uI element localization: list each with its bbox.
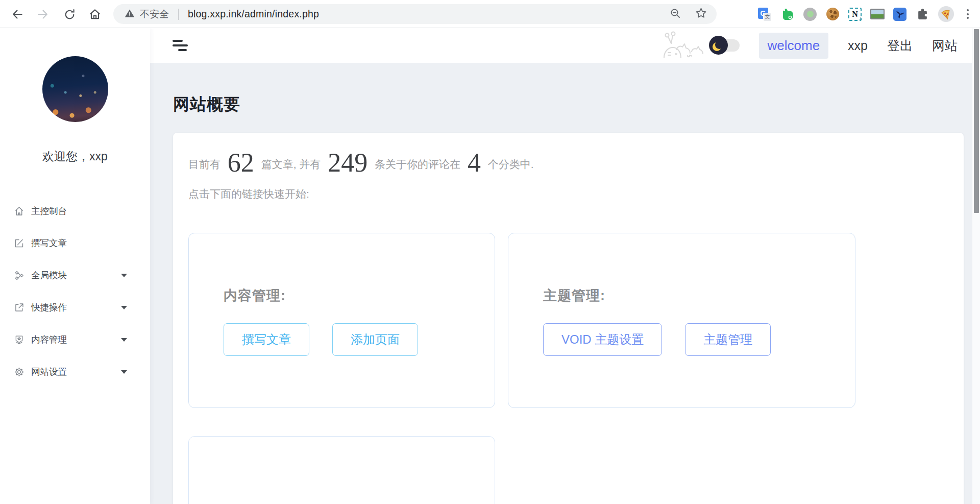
profile-avatar[interactable] [938, 6, 954, 22]
moon-toggle-icon[interactable] [714, 39, 740, 52]
sidebar-item-label: 快捷操作 [31, 301, 67, 314]
partial-card [188, 436, 495, 504]
card-title: 内容管理: [224, 286, 495, 305]
bookmark-star-icon[interactable] [695, 7, 707, 21]
add-page-button[interactable]: 添加页面 [332, 323, 418, 356]
external-link-icon [14, 302, 24, 313]
address-bar[interactable]: 不安全 blog.xxp.ink/admin/index.php [113, 4, 717, 24]
sidebar-item-label: 撰写文章 [31, 237, 67, 249]
sidebar-item-content-management[interactable]: 内容管理 [14, 333, 136, 346]
sidebar-item-global-modules[interactable]: 全局模块 [14, 269, 136, 282]
categories-count: 4 [468, 148, 481, 177]
admin-topbar: welcome xxp 登出 网站 [150, 28, 980, 63]
modules-icon [14, 270, 24, 281]
back-icon[interactable] [10, 7, 25, 22]
sidebar-item-dashboard[interactable]: 主控制台 [14, 204, 136, 218]
omnibox-divider [178, 9, 179, 20]
summary-mid1: 篇文章, 并有 [261, 158, 321, 170]
cookie-icon[interactable] [825, 7, 840, 21]
badge-star-icon [14, 334, 24, 345]
card-title: 主题管理: [543, 286, 855, 305]
theme-management-button[interactable]: 主题管理 [685, 323, 771, 356]
topbar-username[interactable]: xxp [848, 38, 868, 53]
evernote-icon[interactable] [780, 7, 795, 21]
sidebar-item-label: 主控制台 [31, 205, 67, 217]
summary-suffix: 个分类中. [488, 158, 534, 170]
posts-count: 62 [228, 148, 254, 177]
sidebar-item-write-post[interactable]: 撰写文章 [14, 236, 136, 250]
chevron-down-icon [121, 306, 127, 309]
void-theme-settings-button[interactable]: VOID 主题设置 [543, 323, 662, 356]
welcome-button[interactable]: welcome [759, 33, 829, 59]
user-avatar[interactable] [42, 56, 108, 122]
screenshot-icon[interactable] [870, 7, 885, 21]
site-link[interactable]: 网站 [932, 37, 958, 54]
gear-icon [14, 367, 24, 377]
sidebar: 欢迎您，xxp 主控制台 撰写文章 全局模块 [0, 28, 150, 504]
forward-icon [35, 7, 51, 22]
sidebar-item-label: 内容管理 [31, 333, 67, 346]
summary-text: 目前有 62 篇文章, 并有 249 条关于你的评论在 4 个分类中. [188, 157, 964, 172]
home-icon[interactable] [87, 7, 103, 22]
theme-management-card: 主题管理: VOID 主题设置 主题管理 [508, 233, 855, 408]
url-text[interactable]: blog.xxp.ink/admin/index.php [188, 8, 319, 20]
main-content: 网站概要 目前有 62 篇文章, 并有 249 条关于你的评论在 4 个分类中.… [150, 63, 980, 504]
sidebar-item-label: 网站设置 [31, 366, 67, 378]
sidebar-item-quick-actions[interactable]: 快捷操作 [14, 301, 136, 314]
edit-icon [14, 238, 24, 249]
hamburger-menu-icon[interactable] [173, 40, 188, 51]
sidebar-item-label: 全局模块 [31, 269, 67, 281]
sidebar-menu: 主控制台 撰写文章 全局模块 快捷操作 [14, 204, 136, 397]
home-icon [14, 206, 24, 217]
three-dot-menu-icon[interactable] [963, 7, 973, 21]
cat-doodle-icon [663, 30, 708, 61]
sidebar-item-site-settings[interactable]: 网站设置 [14, 365, 136, 378]
write-post-button[interactable]: 撰写文章 [224, 323, 309, 356]
overview-panel: 目前有 62 篇文章, 并有 249 条关于你的评论在 4 个分类中. 点击下面… [173, 133, 964, 504]
status-circle-icon[interactable] [803, 8, 817, 21]
sidebar-greeting: 欢迎您，xxp [42, 149, 108, 164]
security-label: 不安全 [140, 8, 169, 21]
reload-icon[interactable] [62, 7, 77, 22]
content-management-card: 内容管理: 撰写文章 添加页面 [188, 233, 495, 408]
chevron-down-icon [121, 338, 127, 342]
warning-triangle-icon[interactable] [125, 8, 135, 20]
puzzle-extensions-icon[interactable] [915, 7, 929, 21]
page-scrollbar[interactable] [972, 28, 980, 504]
page-title: 网站概要 [173, 93, 980, 116]
summary-mid2: 条关于你的评论在 [375, 158, 460, 170]
summary-prefix: 目前有 [188, 158, 220, 170]
comments-count: 249 [328, 148, 368, 177]
notion-clipper-icon[interactable]: N+ [848, 8, 862, 21]
browser-toolbar: 不安全 blog.xxp.ink/admin/index.php G文 N+ [0, 0, 980, 28]
chevron-down-icon [121, 274, 127, 277]
pinwheel-icon[interactable] [893, 8, 906, 21]
logout-link[interactable]: 登出 [887, 37, 913, 54]
scrollbar-thumb[interactable] [974, 29, 979, 213]
google-translate-icon[interactable]: G文 [757, 7, 772, 21]
quick-start-text: 点击下面的链接快速开始: [188, 187, 964, 201]
chevron-down-icon [121, 370, 127, 374]
zoom-out-icon[interactable] [669, 7, 681, 21]
